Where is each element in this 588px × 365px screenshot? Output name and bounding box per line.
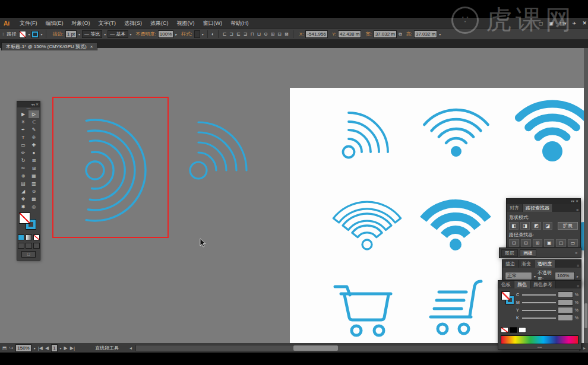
fill-stroke-proxy[interactable] [501, 291, 516, 325]
recolor-artwork-icon[interactable]: ◐ [211, 31, 214, 37]
menu-item[interactable]: 效果(C) [146, 18, 173, 28]
menu-item[interactable]: 文件(F) [15, 18, 42, 28]
chevron-down-icon[interactable]: ▾ [439, 32, 441, 36]
panel-resize-grip[interactable]: •••• [498, 346, 581, 349]
x-input[interactable]: -541.956 [305, 30, 328, 38]
gradient-mode-button[interactable] [26, 234, 32, 240]
expand-button[interactable]: 扩展 [558, 222, 578, 230]
chevron-down-icon[interactable]: ▾ [28, 32, 30, 36]
channel-value-input[interactable] [558, 291, 573, 298]
panel-tab[interactable]: 渐变 [519, 260, 535, 268]
panel-tab[interactable]: 图层 [501, 249, 518, 257]
pathfinder-mode-button[interactable]: ▢ [556, 239, 566, 247]
hand-tool[interactable]: ✱ [18, 203, 29, 211]
direct-selection-tool[interactable]: ▷ [29, 110, 39, 118]
channel-slider[interactable] [522, 294, 556, 296]
color-spectrum-bar[interactable] [501, 335, 578, 344]
cart-icon-outline[interactable] [331, 275, 400, 341]
black-swatch[interactable] [510, 327, 517, 333]
wifi-icon-solid-wedge[interactable] [403, 190, 508, 256]
next-artboard-icon[interactable]: ▶ [64, 345, 68, 351]
align-icon[interactable]: ⊝ [263, 31, 268, 37]
selection-tool[interactable]: ▶ [18, 110, 29, 118]
panel-tab[interactable]: 颜色 [514, 281, 530, 288]
draw-behind-button[interactable] [26, 243, 32, 249]
menu-item[interactable]: 帮助(H) [226, 18, 253, 28]
chevron-down-icon[interactable]: ▾ [34, 346, 36, 350]
blend-tool[interactable]: ⊙ [29, 188, 39, 195]
stroke-color-swatch[interactable] [31, 31, 39, 38]
gradient-tool[interactable]: ▥ [29, 180, 39, 188]
panel-menu-icon[interactable]: ≡ [573, 251, 579, 255]
chevron-right-icon[interactable]: ▸ [175, 32, 177, 36]
chevron-down-icon[interactable]: ▾ [130, 32, 132, 36]
shape-mode-button[interactable]: ◩ [532, 222, 541, 230]
align-icon[interactable]: ⊒ [243, 31, 248, 37]
draw-inside-button[interactable] [33, 243, 40, 249]
chevron-right-icon[interactable]: ▸ [577, 274, 578, 278]
wifi-icon-working-small[interactable] [186, 110, 249, 182]
rectangle-tool[interactable]: ▭ [18, 141, 29, 149]
free-transform-tool[interactable]: ⊞ [29, 164, 39, 172]
wifi-icon-classic-thin[interactable] [415, 103, 498, 159]
width-input[interactable]: 37.032 m [374, 30, 397, 38]
zoom-tool[interactable]: ◎ [29, 203, 39, 211]
align-icon[interactable]: ⊞ [270, 31, 276, 37]
vertical-scrollbar-thumb[interactable] [584, 303, 587, 328]
menu-item[interactable]: 窗口(W) [199, 18, 227, 28]
zoom-level-input[interactable]: 150% [15, 344, 31, 352]
export-icon[interactable]: ↪ [10, 345, 14, 351]
channel-value-input[interactable] [558, 299, 573, 306]
panel-tab[interactable]: 对齐 [507, 204, 523, 212]
align-icon[interactable]: ⊔ [257, 31, 261, 37]
shape-mode-button[interactable]: ◪ [543, 222, 552, 230]
white-swatch[interactable] [519, 327, 526, 333]
panel-menu-icon[interactable]: ≡ [575, 284, 581, 288]
layout-icon[interactable]: ▢ [539, 21, 543, 26]
channel-slider[interactable] [522, 318, 556, 319]
menu-item[interactable]: 文字(T) [94, 18, 121, 28]
pathfinder-mode-button[interactable]: ▭ [568, 239, 578, 247]
align-icon[interactable]: ⊏ [222, 31, 227, 37]
bridge-icon[interactable]: ▣ [549, 21, 554, 26]
wifi-icon-thin-diagonal[interactable] [337, 109, 392, 160]
fill-proxy-none[interactable] [19, 212, 30, 224]
lasso-tool[interactable]: ⊂ [29, 118, 39, 126]
panel-tab[interactable]: 画板 [520, 249, 536, 257]
fill-proxy-none[interactable] [501, 291, 510, 300]
vertical-scrollbar[interactable] [584, 48, 588, 343]
line-segment-tool[interactable]: ❊ [29, 134, 39, 141]
shape-mode-button[interactable]: ◨ [520, 222, 530, 230]
shape-mode-button[interactable]: ◧ [509, 222, 519, 230]
first-artboard-icon[interactable]: |◀ [38, 345, 43, 351]
magic-wand-tool[interactable]: ✳ [18, 118, 29, 126]
close-icon[interactable]: ✕ [582, 20, 587, 26]
align-icon[interactable]: ⊐ [229, 31, 234, 37]
channel-slider[interactable] [522, 310, 556, 311]
width-tool[interactable]: ✂ [18, 164, 29, 172]
pathfinder-mode-button[interactable]: ⊟ [521, 239, 531, 247]
panel-tab[interactable]: 描边 [502, 260, 519, 268]
column-graph-tool[interactable]: ▩ [29, 195, 39, 203]
chevron-down-icon[interactable]: ▾ [40, 32, 42, 36]
share-icon[interactable]: ✈ [573, 21, 577, 26]
wifi-icon-working-large[interactable] [42, 113, 148, 228]
align-icon[interactable]: ⊟ [277, 31, 282, 37]
panel-tab[interactable]: 颜色参考 [530, 281, 556, 288]
chevron-down-icon[interactable]: ▾ [60, 346, 62, 350]
horizontal-scrollbar-thumb[interactable] [293, 345, 338, 351]
wifi-icon-bold-round[interactable] [498, 95, 584, 163]
stroke-weight-input[interactable]: 1 pt [65, 30, 77, 38]
panel-tab[interactable]: 透明度 [535, 260, 555, 268]
pen-tool[interactable]: ✒ [18, 126, 29, 134]
panel-menu-icon[interactable]: ≡ [575, 264, 581, 268]
fill-color-swatch[interactable] [19, 31, 26, 38]
fill-stroke-proxy[interactable] [17, 212, 40, 233]
scroll-right-icon[interactable]: ▸ [583, 345, 586, 351]
mesh-tool[interactable]: ▤ [18, 180, 29, 188]
menu-item[interactable]: 对象(O) [68, 18, 94, 28]
channel-value-input[interactable] [558, 315, 573, 321]
menu-item[interactable]: 编辑(E) [42, 18, 68, 28]
pathfinder-mode-button[interactable]: ⊡ [509, 239, 519, 247]
link-dimensions-icon[interactable]: ⧉ [399, 31, 402, 37]
